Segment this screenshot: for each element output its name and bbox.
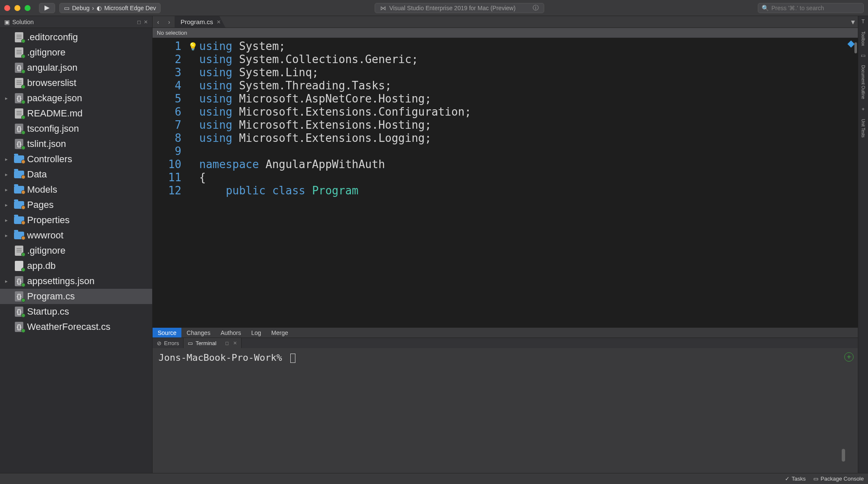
tree-item[interactable]: ▸Data [0, 167, 152, 182]
tree-item[interactable]: {}tsconfig.json [0, 121, 152, 136]
tree-item[interactable]: ▸{}package.json [0, 91, 152, 106]
code-text[interactable]: using System;using System.Collections.Ge… [199, 38, 858, 327]
tree-item-label: Models [27, 184, 57, 195]
status-tasks[interactable]: ✓ Tasks [785, 476, 806, 482]
run-button[interactable] [39, 3, 55, 13]
pad-close-icon[interactable]: ✕ [233, 340, 237, 346]
doc-icon [14, 32, 25, 42]
tree-item[interactable]: .gitignore [0, 243, 152, 258]
minimize-window-button[interactable] [14, 5, 20, 11]
json-icon: {} [14, 307, 25, 317]
close-tab-icon[interactable]: ✕ [217, 19, 221, 25]
tree-item[interactable]: {}tslint.json [0, 136, 152, 152]
tree-item[interactable]: .gitignore [0, 45, 152, 60]
tree-item[interactable]: {}Startup.cs [0, 304, 152, 319]
disclosure-triangle-icon[interactable]: ▸ [5, 187, 11, 193]
source-tab-merge[interactable]: Merge [266, 328, 293, 337]
code-editor[interactable]: 123456789101112 💡 using System;using Sys… [153, 38, 858, 327]
tree-item[interactable]: {}WeatherForecast.cs [0, 319, 152, 335]
tree-item[interactable]: ▸wwwroot [0, 228, 152, 243]
editor-tab-program[interactable]: Program.cs ✕ [175, 16, 225, 28]
source-tab-log[interactable]: Log [246, 328, 266, 337]
title-status[interactable]: ⋈ Visual Studio Enterprise 2019 for Mac … [375, 3, 544, 13]
bottom-tab-errors[interactable]: ⊘Errors [153, 338, 184, 348]
toolstrip-item[interactable]: Toolbox [861, 30, 865, 47]
code-line[interactable]: using System.Linq; [199, 66, 858, 79]
tree-item[interactable]: {}Program.cs [0, 289, 152, 304]
tree-item[interactable]: ▸{}appsettings.json [0, 274, 152, 289]
code-line[interactable]: namespace AngularAppWithAuth [199, 158, 858, 171]
code-line[interactable]: using Microsoft.AspNetCore.Hosting; [199, 92, 858, 105]
breadcrumb-bar[interactable]: No selection [153, 28, 858, 38]
tree-item[interactable]: ▸Controllers [0, 152, 152, 167]
code-line[interactable]: using System.Threading.Tasks; [199, 79, 858, 92]
disclosure-triangle-icon[interactable]: ▸ [5, 171, 11, 177]
tree-item[interactable]: {}angular.json [0, 60, 152, 75]
disclosure-triangle-icon[interactable]: ▸ [5, 232, 11, 238]
code-line[interactable]: using Microsoft.Extensions.Configuration… [199, 105, 858, 119]
gutter-icons: 💡 [186, 38, 199, 327]
disclosure-triangle-icon[interactable]: ▸ [5, 217, 11, 223]
terminal-scrollbar[interactable] [842, 351, 845, 470]
source-tab-changes[interactable]: Changes [181, 328, 215, 337]
zoom-window-button[interactable] [25, 5, 31, 11]
tree-item[interactable]: ▸Models [0, 182, 152, 197]
solution-tree[interactable]: .editorconfig.gitignore{}angular.jsonbro… [0, 28, 152, 473]
nav-back-button[interactable]: ‹ [153, 16, 164, 28]
info-icon[interactable]: ⓘ [533, 4, 539, 12]
solution-pad-header[interactable]: ▣ Solution ◻ ✕ [0, 16, 152, 28]
source-tab-source[interactable]: Source [153, 328, 181, 337]
toolstrip-icon[interactable]: + [862, 106, 865, 112]
terminal-add-button[interactable]: + [844, 352, 854, 362]
vcs-status-badge [21, 69, 25, 74]
close-window-button[interactable] [4, 5, 10, 11]
tree-item[interactable]: browserslist [0, 75, 152, 91]
scrollbar-thumb[interactable] [854, 42, 857, 53]
run-config-selector[interactable]: ▭ Debug › ◐ Microsoft Edge Dev [59, 3, 161, 13]
disclosure-triangle-icon[interactable]: ▸ [5, 202, 11, 208]
target-icon: ◐ [97, 5, 102, 11]
disclosure-triangle-icon[interactable]: ▸ [5, 95, 11, 101]
toolstrip-icon[interactable]: T [862, 19, 865, 25]
toolstrip-item[interactable]: Unit Tests [861, 117, 865, 139]
toolstrip-icon[interactable]: ▭ [861, 53, 865, 58]
disclosure-triangle-icon[interactable]: ▸ [5, 278, 11, 284]
line-number: 2 [153, 53, 181, 66]
terminal-view[interactable]: Jons-MacBook-Pro-Work% + [153, 348, 858, 473]
code-line[interactable]: public class Program [199, 184, 858, 197]
tree-item[interactable]: ▸Properties [0, 213, 152, 228]
code-line[interactable]: { [199, 171, 858, 184]
tree-item-label: Data [27, 169, 47, 180]
pad-close-icon[interactable]: ✕ [144, 19, 148, 25]
tree-item[interactable]: ▸Pages [0, 197, 152, 213]
bottom-tab-terminal[interactable]: ▭Terminal◻✕ [184, 338, 241, 348]
global-search-input[interactable]: 🔍 Press '⌘.' to search [758, 3, 864, 13]
pad-undock-icon[interactable]: ◻ [137, 19, 141, 25]
tree-item[interactable]: app.db [0, 258, 152, 274]
source-tab-authors[interactable]: Authors [215, 328, 246, 337]
toolstrip-item[interactable]: Document Outline [861, 64, 865, 101]
disclosure-triangle-icon[interactable]: ▸ [5, 156, 11, 162]
json-icon: {} [14, 63, 25, 73]
vcs-status-badge [21, 252, 25, 257]
tree-item[interactable]: README.md [0, 106, 152, 121]
tree-item[interactable]: .editorconfig [0, 30, 152, 45]
vcs-status-badge [21, 283, 25, 287]
code-line[interactable] [199, 145, 858, 158]
vcs-status-badge [21, 146, 25, 150]
scrollbar-thumb[interactable] [842, 449, 845, 462]
pad-undock-icon[interactable]: ◻ [225, 340, 229, 346]
solution-pad-title: Solution [12, 19, 34, 25]
editor-scrollbar[interactable] [853, 38, 858, 327]
nav-forward-button[interactable]: › [164, 16, 175, 28]
vcs-status-badge [21, 39, 25, 43]
code-line[interactable]: using Microsoft.Extensions.Logging; [199, 132, 858, 145]
code-line[interactable]: using System.Collections.Generic; [199, 53, 858, 66]
vcs-status-badge [21, 313, 25, 318]
line-number: 8 [153, 132, 181, 145]
code-line[interactable]: using System; [199, 40, 858, 53]
tab-overflow-button[interactable]: ▾ [848, 16, 858, 28]
code-line[interactable]: using Microsoft.Extensions.Hosting; [199, 119, 858, 132]
lightbulb-icon[interactable]: 💡 [188, 40, 198, 53]
status-package-console[interactable]: ▭ Package Console [813, 476, 864, 482]
